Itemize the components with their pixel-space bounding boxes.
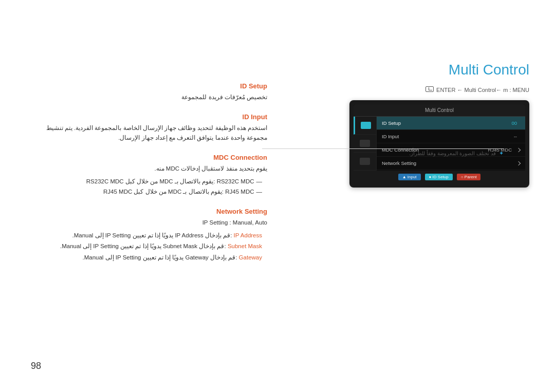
id-input-text: استخدم هذه الوظيفة لتحديد وظائف جهاز الإ…	[31, 123, 267, 142]
menu-row-id-setup[interactable]: ID Setup 00	[377, 117, 525, 130]
btn-input[interactable]: ▲ Input	[398, 174, 421, 180]
bottom-note: ✦ قد تختلف الصورة المعروضة وفقاً للطراز.	[409, 150, 504, 157]
btn-id-setup[interactable]: ● ID Setup	[425, 174, 453, 180]
sidebar-thumb-1	[354, 117, 376, 135]
menu-row-label-id-input: ID Input	[382, 134, 511, 139]
right-content: Multi Control ENTER ← Multi Control← m :…	[288, 62, 529, 188]
btn-parent[interactable]: ○ Parent	[457, 174, 481, 180]
note-icon: ✦	[499, 150, 504, 157]
left-content: ID Setup تخصيص مُعرّفات فريدة للمجموعة I…	[31, 82, 267, 273]
menu-row-id-input[interactable]: ID Input --	[377, 130, 525, 143]
menu-row-value-id-setup: 00	[511, 120, 517, 126]
monitor-bottom-bar: ▲ Input ● ID Setup ○ Parent	[354, 171, 525, 183]
rs232c-label: RS232C MDC	[217, 178, 254, 184]
menu-row-value-id-input: --	[514, 134, 517, 139]
id-input-title: ID Input	[31, 113, 267, 121]
menu-row-label-network: Network Setting	[382, 160, 509, 166]
monitor-screen: Multi Control	[354, 104, 525, 183]
monitor-outer: Multi Control	[349, 100, 529, 188]
network-sub-items: IP Address :قم بإدخال IP Address يدويًا …	[31, 231, 267, 262]
rj45-line: — RJ45 MDC :يقوم بالاتصال بـ MDC من خلال…	[31, 187, 262, 196]
thumb-icon-3	[360, 158, 370, 165]
id-setup-text: تخصيص مُعرّفات فريدة للمجموعة	[31, 92, 267, 102]
rj45-label: RJ45 MDC	[225, 189, 254, 195]
section-id-setup: ID Setup تخصيص مُعرّفات فريدة للمجموعة	[31, 82, 267, 102]
page-number: 98	[31, 361, 41, 371]
menu-row-network-setting[interactable]: Network Setting	[377, 157, 525, 170]
network-setting-title: Network Setting	[31, 208, 267, 215]
sidebar-thumb-3	[354, 153, 376, 171]
page-title: Multi Control	[288, 62, 529, 78]
breadcrumb-enter: ENTER ← Multi Control← m : MENU	[425, 86, 529, 93]
monitor-main: ID Setup 00 ID Input -- MDC Connection R	[377, 117, 525, 171]
monitor-sidebar	[354, 117, 377, 171]
thumb-icon-1	[361, 122, 371, 129]
mdc-sub-items: — RS232C MDC :يقوم بالاتصال بـ MDC من خل…	[31, 177, 267, 197]
mdc-connection-text: يقوم بتحديد منفذ لاستقبال إدخالات MDC من…	[31, 164, 267, 173]
section-mdc-connection: MDC Connection يقوم بتحديد منفذ لاستقبال…	[31, 154, 267, 196]
id-setup-title: ID Setup	[31, 82, 267, 90]
menu-arrow-mdc	[516, 147, 521, 152]
breadcrumb: ENTER ← Multi Control← m : MENU	[288, 86, 529, 93]
monitor-wrapper: Multi Control	[288, 100, 529, 188]
menu-list: ID Setup 00 ID Input -- MDC Connection R	[377, 117, 525, 170]
section-network-setting: Network Setting IP Setting : Manual, Aut…	[31, 208, 267, 262]
gateway-line: Gateway :قم بإدخال Gateway يدويًا إذا تم…	[31, 253, 262, 262]
bottom-note-text: قد تختلف الصورة المعروضة وفقاً للطراز.	[409, 151, 496, 156]
divider-bottom	[262, 148, 504, 149]
section-id-input: ID Input استخدم هذه الوظيفة لتحديد وظائف…	[31, 113, 267, 142]
ip-setting-label: IP Setting : Manual, Auto	[31, 218, 267, 227]
sidebar-thumb-2	[354, 135, 376, 153]
monitor-header: Multi Control	[354, 104, 525, 117]
page-container: 98 ID Setup تخصيص مُعرّفات فريدة للمجموع…	[0, 0, 555, 392]
rs232c-line: — RS232C MDC :يقوم بالاتصال بـ MDC من خل…	[31, 177, 262, 186]
thumb-icon-2	[360, 140, 370, 147]
mdc-connection-title: MDC Connection	[31, 154, 267, 161]
monitor-sidebar-row: ID Setup 00 ID Input -- MDC Connection R	[354, 117, 525, 171]
subnet-mask-line: Subnet Mask :قم بإدخال Subnet Mask يدويً…	[31, 241, 262, 251]
ip-address-line: IP Address :قم بإدخال IP Address يدويًا …	[31, 231, 262, 240]
menu-arrow-network	[516, 161, 521, 165]
menu-row-label-id-setup: ID Setup	[382, 120, 508, 126]
enter-icon	[425, 86, 434, 92]
